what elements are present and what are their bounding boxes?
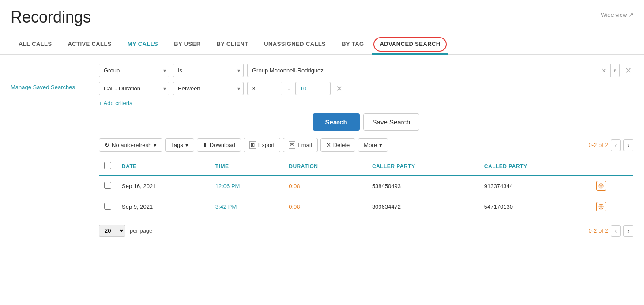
row-2-caller: 309634472 [367,196,479,217]
recordings-table: DATE TIME DURATION CALLER PARTY CALLED P… [99,158,633,217]
add-criteria-link[interactable]: + Add criteria [99,100,633,106]
more-arrow: ▾ [379,142,382,148]
select-all-header [99,158,117,175]
field-select-wrapper-2: Call - Duration [99,82,169,95]
row-2-called: 547170130 [479,196,591,217]
tab-all-calls[interactable]: ALL CALLS [11,34,60,55]
header: Recordings Wide view ↗ [0,0,644,30]
manage-saved-searches-link[interactable]: Manage Saved Searches [11,84,75,90]
row-1-expand[interactable]: ⊕ [591,175,633,196]
value-input-1[interactable] [247,64,620,77]
row-1-checkbox-cell [99,175,117,196]
expand-icon-1[interactable]: ⊕ [596,181,606,191]
col-time: TIME [210,158,283,175]
remove-criteria-2[interactable]: ✕ [334,85,344,93]
main-content: Manage Saved Searches Group Is ✕ [0,55,644,251]
delete-button[interactable]: ✕ Delete [320,138,356,152]
next-page-button[interactable]: › [623,139,633,151]
delete-label: Delete [333,142,350,148]
select-all-checkbox[interactable] [104,162,111,169]
more-label: More [364,142,377,148]
remove-criteria-1[interactable]: ✕ [623,67,633,75]
export-label: Export [258,142,275,148]
footer-next-button[interactable]: › [623,225,633,237]
field-select-wrapper-1: Group [99,64,169,77]
range-separator: - [286,85,292,92]
tab-by-user[interactable]: BY USER [166,34,208,55]
row-1-duration: 0:08 [283,175,367,196]
save-search-button[interactable]: Save Search [363,113,420,131]
clear-value-icon-1[interactable]: ✕ [601,67,606,74]
criteria-row-2: Call - Duration Between - ✕ [99,82,633,95]
tags-arrow: ▾ [185,142,188,148]
download-label: Download [210,142,235,148]
sidebar-divider [11,77,99,77]
row-1-checkbox[interactable] [104,182,111,189]
tab-active-calls[interactable]: ACTIVE CALLS [60,34,120,55]
download-button[interactable]: ⬇ Download [197,138,241,152]
footer-pagination-info: 0-2 of 2 ‹ › [589,225,633,237]
field-select-1[interactable]: Group [99,64,169,77]
col-expand [591,158,633,175]
sidebar: Manage Saved Searches [11,64,99,242]
tab-my-calls[interactable]: MY CALLS [120,34,166,55]
footer-prev-button[interactable]: ‹ [611,225,621,237]
tags-button[interactable]: Tags ▾ [165,138,194,152]
expand-icon-2[interactable]: ⊕ [596,202,606,211]
pagination-info: 0-2 of 2 ‹ › [589,139,633,151]
col-called-party: CALLED PARTY [479,158,591,175]
download-icon: ⬇ [203,142,207,148]
operator-select-wrapper-1: Is [173,64,244,77]
no-auto-refresh-label: No auto-refresh [112,142,151,148]
email-button[interactable]: ✉ Email [283,138,318,152]
row-1-time: 12:06 PM [210,175,283,196]
tags-label: Tags [171,142,183,148]
footer-pagination-count: 0-2 of 2 [589,227,608,234]
dropdown-arrow-icon-1[interactable]: ▾ [610,64,619,77]
refresh-icon: ↻ [105,142,109,148]
value-to-input-2[interactable] [295,82,331,95]
table-header-row: DATE TIME DURATION CALLER PARTY CALLED P… [99,158,633,175]
prev-page-button[interactable]: ‹ [611,139,621,151]
tab-by-client[interactable]: BY CLIENT [208,34,256,55]
row-2-duration: 0:08 [283,196,367,217]
operator-select-1[interactable]: Is [173,64,244,77]
page-title: Recordings [11,8,91,26]
table-footer: 20 50 100 per page 0-2 of 2 ‹ › [99,219,633,242]
value-from-input-2[interactable] [247,82,282,95]
row-2-checkbox[interactable] [104,203,111,210]
wide-view-link[interactable]: Wide view ↗ [601,11,633,18]
tab-unassigned-calls[interactable]: UNASSIGNED CALLS [256,34,334,55]
per-page-label: per page [130,227,152,234]
operator-select-wrapper-2: Between [173,82,244,95]
col-date: DATE [117,158,210,175]
no-auto-refresh-button[interactable]: ↻ No auto-refresh ▾ [99,138,162,152]
table-row: Sep 16, 2021 12:06 PM 0:08 538450493 913… [99,175,633,196]
table-row: Sep 9, 2021 3:42 PM 0:08 309634472 54717… [99,196,633,217]
search-actions: Search Save Search [99,113,633,131]
table-wrapper: DATE TIME DURATION CALLER PARTY CALLED P… [99,158,633,217]
delete-icon: ✕ [326,142,331,148]
export-icon: ⊞ [249,141,256,149]
tab-advanced-search[interactable]: ADVANCED SEARCH [372,34,448,55]
advanced-search-circle [373,37,446,52]
row-1-called: 913374344 [479,175,591,196]
toolbar: ↻ No auto-refresh ▾ Tags ▾ ⬇ Download ⊞ … [99,138,633,152]
email-label: Email [298,142,312,148]
search-button[interactable]: Search [313,113,360,131]
operator-select-2[interactable]: Between [173,82,244,95]
tab-by-tag[interactable]: BY TAG [334,34,372,55]
field-select-2[interactable]: Call - Duration [99,82,169,95]
page-wrapper: Recordings Wide view ↗ ALL CALLS ACTIVE … [0,0,644,305]
more-button[interactable]: More ▾ [358,138,388,152]
tabs-bar: ALL CALLS ACTIVE CALLS MY CALLS BY USER … [0,34,644,55]
col-duration: DURATION [283,158,367,175]
export-button[interactable]: ⊞ Export [244,138,281,152]
per-page-select[interactable]: 20 50 100 [99,225,125,237]
email-icon: ✉ [289,141,295,149]
col-caller-party: CALLER PARTY [367,158,479,175]
row-2-expand[interactable]: ⊕ [591,196,633,217]
criteria-row-1: Group Is ✕ ▾ ✕ [99,64,633,77]
pagination-count: 0-2 of 2 [589,142,608,148]
row-2-date: Sep 9, 2021 [117,196,210,217]
